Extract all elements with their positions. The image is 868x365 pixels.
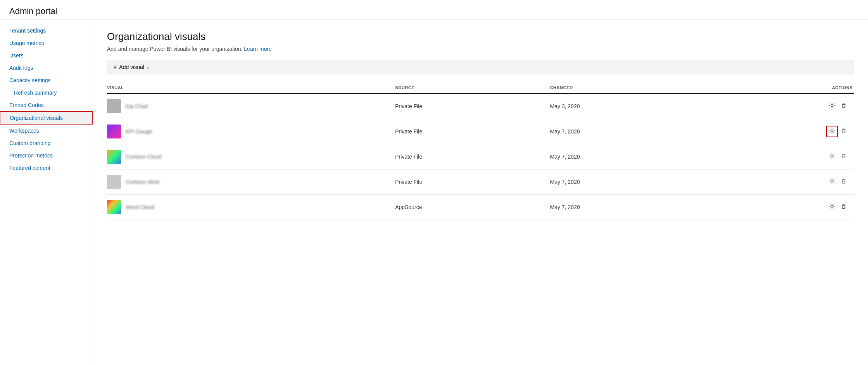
- actions-cell-row-2: [718, 119, 854, 144]
- top-bar: Admin portal: [0, 0, 868, 20]
- delete-button-row-2[interactable]: [838, 126, 849, 137]
- col-actions: ACTIONS: [718, 82, 854, 93]
- visual-name: Contoso slicer: [126, 179, 160, 185]
- visual-cell-inner: Contoso slicer: [107, 175, 390, 189]
- toolbar: + Add visual ⌄: [107, 60, 854, 74]
- visual-thumbnail: [107, 200, 121, 214]
- svg-point-0: [831, 104, 833, 106]
- admin-portal-title: Admin portal: [9, 6, 859, 16]
- visual-thumbnail: [107, 150, 121, 164]
- changed-cell-row-1: May 3, 2020: [550, 93, 718, 119]
- sidebar-item-organizational-visuals[interactable]: Organizational visuals: [0, 111, 93, 125]
- source-cell-row-5: AppSource: [395, 195, 550, 220]
- changed-cell-row-2: May 7, 2020: [550, 119, 718, 144]
- visual-name: Kai Chart: [126, 103, 148, 109]
- source-cell-row-3: Private File: [395, 144, 550, 170]
- sidebar-item-workspaces[interactable]: Workspaces: [0, 125, 93, 137]
- svg-point-12: [831, 180, 833, 182]
- table-row: Kai Chart Private FileMay 3, 2020: [107, 93, 854, 119]
- visual-cell-row-2: KPI Gauge: [107, 119, 395, 144]
- page-title: Organizational visuals: [107, 31, 854, 43]
- visuals-table: VISUAL SOURCE CHANGED ACTIONS Kai Chart …: [107, 82, 854, 220]
- visual-cell-row-5: Word Cloud: [107, 195, 395, 220]
- sidebar-item-capacity-settings[interactable]: Capacity settings: [0, 74, 93, 86]
- sidebar-item-usage-metrics[interactable]: Usage metrics: [0, 37, 93, 49]
- col-source: SOURCE: [395, 82, 550, 93]
- table-row: KPI Gauge Private FileMay 7, 2020: [107, 119, 854, 144]
- visual-cell-inner: KPI Gauge: [107, 125, 390, 138]
- svg-point-8: [831, 155, 833, 157]
- svg-rect-9: [842, 155, 845, 158]
- delete-button-row-1[interactable]: [838, 100, 849, 112]
- changed-cell-row-3: May 7, 2020: [550, 144, 718, 170]
- settings-button-row-3[interactable]: [826, 151, 838, 163]
- svg-rect-1: [842, 104, 845, 107]
- svg-rect-5: [842, 130, 845, 133]
- actions-cell-row-3: [718, 144, 854, 170]
- actions-cell-row-4: [718, 170, 854, 195]
- visual-cell-inner: Contoso Cloud: [107, 150, 390, 164]
- sidebar-item-embed-codes[interactable]: Embed Codes: [0, 99, 93, 111]
- sidebar-item-tenant-settings[interactable]: Tenant settings: [0, 24, 93, 37]
- settings-button-row-5[interactable]: [826, 201, 838, 213]
- settings-button-row-2[interactable]: [826, 126, 838, 137]
- table-row: Word Cloud AppSourceMay 7, 2020: [107, 195, 854, 220]
- table-row: Contoso Cloud Private FileMay 7, 2020: [107, 144, 854, 170]
- settings-button-row-1[interactable]: [826, 100, 838, 112]
- chevron-down-icon: ⌄: [147, 65, 150, 70]
- delete-button-row-3[interactable]: [838, 151, 849, 163]
- visual-thumbnail: [107, 99, 121, 113]
- visual-thumbnail: [107, 125, 121, 138]
- table-body: Kai Chart Private FileMay 3, 2020 KPI Ga…: [107, 93, 854, 220]
- sidebar-item-audit-logs[interactable]: Audit logs: [0, 62, 93, 74]
- col-visual: VISUAL: [107, 82, 395, 93]
- changed-cell-row-5: May 7, 2020: [550, 195, 718, 220]
- delete-button-row-5[interactable]: [838, 201, 849, 213]
- visual-name: KPI Gauge: [126, 128, 152, 135]
- delete-button-row-4[interactable]: [838, 176, 849, 188]
- subtitle-text: Add and manage Power BI visuals for your…: [107, 46, 242, 52]
- changed-cell-row-4: May 7, 2020: [550, 170, 718, 195]
- sidebar-item-protection-metrics[interactable]: Protection metrics: [0, 149, 93, 162]
- visual-name: Word Cloud: [126, 204, 154, 210]
- page-subtitle: Add and manage Power BI visuals for your…: [107, 46, 854, 52]
- sidebar-item-featured-content[interactable]: Featured content: [0, 162, 93, 174]
- visual-name: Contoso Cloud: [126, 154, 162, 160]
- plus-icon: +: [113, 64, 117, 71]
- source-cell-row-1: Private File: [395, 93, 550, 119]
- main-content: Organizational visuals Add and manage Po…: [93, 20, 868, 365]
- sidebar: Tenant settingsUsage metricsUsersAudit l…: [0, 20, 93, 365]
- learn-more-link[interactable]: Learn more: [244, 46, 272, 52]
- sidebar-item-custom-branding[interactable]: Custom branding: [0, 137, 93, 149]
- actions-cell-row-5: [718, 195, 854, 220]
- svg-point-16: [831, 205, 833, 207]
- visual-thumbnail: [107, 175, 121, 189]
- actions-cell-row-1: [718, 93, 854, 119]
- visual-cell-row-1: Kai Chart: [107, 93, 395, 119]
- col-changed: CHANGED: [550, 82, 718, 93]
- svg-point-4: [831, 130, 833, 131]
- visual-cell-inner: Word Cloud: [107, 200, 390, 214]
- svg-rect-17: [842, 205, 845, 208]
- sidebar-item-users[interactable]: Users: [0, 49, 93, 62]
- visual-cell-inner: Kai Chart: [107, 99, 390, 113]
- visual-cell-row-4: Contoso slicer: [107, 170, 395, 195]
- add-visual-button[interactable]: + Add visual ⌄: [113, 64, 150, 71]
- source-cell-row-2: Private File: [395, 119, 550, 144]
- visual-cell-row-3: Contoso Cloud: [107, 144, 395, 170]
- sidebar-item-refresh-summary[interactable]: Refresh summary: [0, 86, 93, 99]
- table-row: Contoso slicer Private FileMay 7, 2020: [107, 170, 854, 195]
- table-header: VISUAL SOURCE CHANGED ACTIONS: [107, 82, 854, 93]
- settings-button-row-4[interactable]: [826, 176, 838, 188]
- layout: Tenant settingsUsage metricsUsersAudit l…: [0, 20, 868, 365]
- svg-rect-13: [842, 180, 845, 183]
- source-cell-row-4: Private File: [395, 170, 550, 195]
- add-visual-label: Add visual: [119, 64, 144, 70]
